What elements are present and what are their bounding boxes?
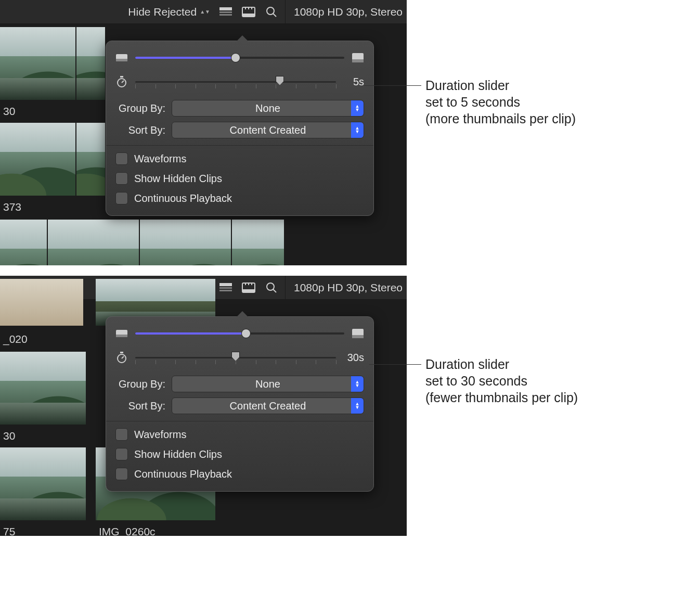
continuous-playback-checkbox[interactable] — [115, 192, 128, 204]
clip-label: 30 — [3, 105, 15, 118]
show-hidden-clips-label: Show Hidden Clips — [134, 173, 222, 185]
continuous-playback-label: Continuous Playback — [134, 192, 232, 204]
svg-rect-1 — [219, 11, 232, 13]
list-view-icon[interactable] — [214, 276, 237, 300]
continuous-playback-label: Continuous Playback — [134, 468, 232, 480]
duration-value: 30s — [343, 352, 364, 364]
svg-rect-4 — [242, 14, 255, 17]
sort-by-select[interactable]: Content Created ▲▼ — [172, 397, 364, 414]
group-by-label: Group By: — [115, 378, 165, 390]
svg-line-26 — [273, 289, 276, 292]
svg-rect-18 — [219, 287, 232, 289]
clip-height-slider[interactable] — [135, 57, 344, 59]
filmstrip-small-icon — [115, 54, 128, 61]
duration-slider[interactable] — [135, 81, 336, 83]
browser-panel-5s: Hide Rejected ▲▼ 1080p HD 30p, Stereo 30… — [0, 0, 407, 265]
duration-slider[interactable] — [135, 357, 336, 358]
group-by-select[interactable]: None ▲▼ — [172, 376, 364, 392]
clip-appearance-icon[interactable] — [237, 0, 260, 24]
chevron-updown-icon: ▲▼ — [351, 100, 364, 116]
svg-rect-23 — [248, 283, 249, 285]
group-by-value: None — [255, 378, 280, 390]
group-by-select[interactable]: None ▲▼ — [172, 100, 364, 117]
svg-rect-0 — [219, 7, 232, 10]
clip-appearance-icon[interactable] — [237, 276, 260, 300]
filmstrip-large-icon — [352, 53, 364, 62]
search-icon[interactable] — [260, 276, 283, 300]
svg-rect-32 — [120, 352, 123, 353]
format-label: 1080p HD 30p, Stereo — [288, 281, 403, 294]
sort-by-select[interactable]: Content Created ▲▼ — [172, 122, 364, 138]
clip-label: 30 — [3, 430, 15, 442]
show-hidden-clips-label: Show Hidden Clips — [134, 448, 222, 460]
annotation-text: Duration slider set to 5 seconds (more t… — [425, 77, 576, 127]
browser-panel-30s: Hide Rejected ▲▼ 1080p HD 30p, Stereo _0… — [0, 276, 407, 536]
clip-label: _020 — [3, 333, 28, 345]
stopwatch-icon — [115, 352, 128, 363]
svg-rect-2 — [219, 14, 232, 16]
svg-rect-30 — [352, 335, 364, 338]
svg-point-25 — [267, 283, 274, 290]
clip-height-slider[interactable] — [135, 332, 344, 335]
waveforms-checkbox[interactable] — [115, 428, 128, 441]
group-by-value: None — [255, 102, 280, 114]
filmstrip-large-icon — [352, 329, 364, 338]
show-hidden-clips-checkbox[interactable] — [115, 448, 128, 460]
list-view-icon[interactable] — [214, 0, 237, 24]
chevron-updown-icon: ▲▼ — [200, 10, 210, 14]
svg-rect-15 — [120, 76, 123, 78]
annotation-leader-line — [369, 364, 421, 365]
svg-rect-21 — [242, 289, 255, 292]
svg-point-8 — [267, 7, 274, 15]
chevron-updown-icon: ▲▼ — [351, 376, 364, 392]
svg-rect-22 — [245, 283, 246, 285]
duration-value: 5s — [343, 76, 364, 88]
chevron-updown-icon: ▲▼ — [351, 122, 364, 138]
waveforms-label: Waveforms — [134, 429, 186, 441]
clip-appearance-popover: 30s Group By: None ▲▼ Sort By: Content C… — [106, 316, 374, 492]
sort-by-label: Sort By: — [115, 124, 165, 136]
annotation-leader-line — [364, 85, 421, 86]
clip-label: IMG_0260c — [99, 525, 156, 536]
clip-appearance-popover: 5s Group By: None ▲▼ Sort By: Content Cr… — [106, 41, 374, 216]
svg-rect-7 — [251, 7, 252, 9]
waveforms-checkbox[interactable] — [115, 152, 128, 165]
continuous-playback-checkbox[interactable] — [115, 468, 128, 480]
svg-rect-19 — [219, 290, 232, 291]
show-hidden-clips-checkbox[interactable] — [115, 172, 128, 185]
svg-line-9 — [273, 14, 276, 17]
svg-rect-28 — [116, 335, 127, 337]
svg-line-16 — [122, 81, 124, 83]
annotation-text: Duration slider set to 30 seconds (fewer… — [425, 356, 578, 406]
format-label: 1080p HD 30p, Stereo — [288, 6, 403, 18]
svg-rect-11 — [116, 59, 127, 61]
svg-rect-6 — [248, 7, 249, 9]
sort-by-value: Content Created — [230, 400, 306, 412]
sort-by-label: Sort By: — [115, 400, 165, 412]
sort-by-value: Content Created — [230, 124, 306, 136]
clip-label: 373 — [3, 201, 21, 213]
svg-line-33 — [122, 356, 124, 358]
svg-rect-5 — [245, 7, 246, 9]
filmstrip-small-icon — [115, 330, 128, 337]
stopwatch-icon — [115, 76, 128, 87]
group-by-label: Group By: — [115, 102, 165, 114]
clip-label: 75 — [3, 525, 15, 536]
svg-rect-17 — [219, 283, 232, 286]
filter-dropdown[interactable]: Hide Rejected ▲▼ — [124, 0, 214, 23]
chevron-updown-icon: ▲▼ — [351, 398, 364, 414]
waveforms-label: Waveforms — [134, 153, 186, 165]
browser-toolbar: Hide Rejected ▲▼ 1080p HD 30p, Stereo — [0, 0, 407, 24]
svg-rect-13 — [352, 59, 364, 62]
svg-rect-24 — [251, 283, 252, 285]
search-icon[interactable] — [260, 0, 283, 24]
filter-label: Hide Rejected — [128, 6, 197, 18]
